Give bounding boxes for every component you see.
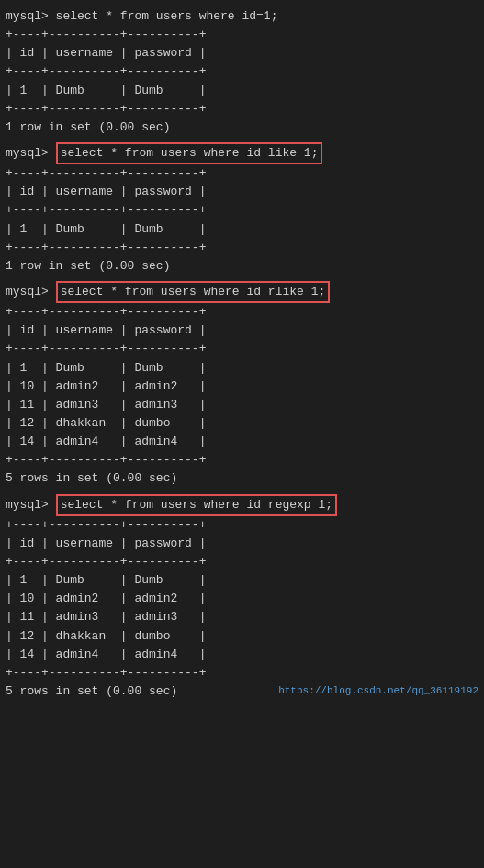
footer-line-4: 5 rows in set (0.00 sec) https://blog.cs… [6, 682, 478, 701]
table-divider-2b: +----+----------+----------+ [6, 201, 478, 220]
command-line-4: mysql> select * from users where id rege… [6, 494, 478, 516]
prompt-3: mysql> [6, 283, 49, 301]
table-divider-3b: +----+----------+----------+ [6, 340, 478, 358]
command-line-3: mysql> select * from users where id rlik… [6, 281, 478, 303]
command-box-4: select * from users where id regexp 1; [56, 494, 337, 516]
table-divider-3c: +----+----------+----------+ [6, 451, 478, 469]
table-divider-1a: +----+----------+----------+ [6, 26, 478, 44]
table-divider-4a: +----+----------+----------+ [6, 516, 478, 535]
table-row-4-1: | 1 | Dumb | Dumb | [6, 571, 478, 590]
table-header-3: | id | username | password | [6, 321, 478, 340]
prompt-2: mysql> [6, 144, 49, 163]
section-1: mysql> select * from users where id=1; +… [6, 7, 478, 137]
result-text-2: 1 row in set (0.00 sec) [6, 257, 478, 276]
table-divider-2c: +----+----------+----------+ [6, 239, 478, 257]
table-divider-1b: +----+----------+----------+ [6, 62, 478, 81]
prompt-4: mysql> [6, 496, 49, 514]
table-row-4-2: | 10 | admin2 | admin2 | [6, 590, 478, 608]
table-divider-2a: +----+----------+----------+ [6, 164, 478, 183]
result-text-4: 5 rows in set (0.00 sec) [6, 682, 177, 701]
table-row-4-5: | 14 | admin4 | admin4 | [6, 646, 478, 664]
table-divider-4c: +----+----------+----------+ [6, 664, 478, 682]
table-row-3-3: | 11 | admin3 | admin3 | [6, 396, 478, 414]
table-row-2-1: | 1 | Dumb | Dumb | [6, 220, 478, 239]
table-row-1-1: | 1 | Dumb | Dumb | [6, 82, 478, 100]
table-row-3-4: | 12 | dhakkan | dumbo | [6, 414, 478, 433]
command-line-1: mysql> select * from users where id=1; [6, 7, 478, 26]
table-row-3-5: | 14 | admin4 | admin4 | [6, 433, 478, 451]
section-3: mysql> select * from users where id rlik… [6, 281, 478, 489]
section-4: mysql> select * from users where id rege… [6, 494, 478, 702]
result-text-3: 5 rows in set (0.00 sec) [6, 469, 478, 488]
table-row-3-1: | 1 | Dumb | Dumb | [6, 359, 478, 378]
url-link-4: https://blog.csdn.net/qq_36119192 [278, 683, 478, 699]
table-header-4: | id | username | password | [6, 535, 478, 553]
table-row-4-4: | 12 | dhakkan | dumbo | [6, 627, 478, 646]
table-header-2: | id | username | password | [6, 183, 478, 201]
table-row-3-2: | 10 | admin2 | admin2 | [6, 378, 478, 396]
table-divider-1c: +----+----------+----------+ [6, 100, 478, 118]
prompt-1: mysql> [6, 7, 49, 26]
section-2: mysql> select * from users where id like… [6, 142, 478, 276]
command-line-2: mysql> select * from users where id like… [6, 142, 478, 164]
table-divider-4b: +----+----------+----------+ [6, 553, 478, 571]
command-box-3: select * from users where id rlike 1; [56, 281, 331, 303]
table-header-1: | id | username | password | [6, 44, 478, 62]
terminal: mysql> select * from users where id=1; +… [6, 7, 478, 701]
command-box-2: select * from users where id like 1; [56, 142, 323, 164]
table-row-4-3: | 11 | admin3 | admin3 | [6, 608, 478, 626]
result-text-1: 1 row in set (0.00 sec) [6, 118, 478, 137]
table-divider-3a: +----+----------+----------+ [6, 303, 478, 321]
